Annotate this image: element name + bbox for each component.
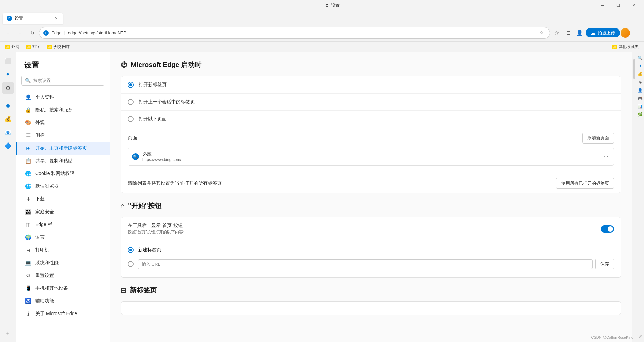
new-tab-button[interactable]: + xyxy=(64,13,74,23)
startup-section-title: Microsoft Edge 启动时 xyxy=(131,60,201,69)
sidebar-tab-icon[interactable]: ⬜ xyxy=(2,55,14,67)
option-specific[interactable]: 打开以下页面: xyxy=(121,111,621,127)
sidebar-item-privacy[interactable]: 🔒 隐私、搜索和服务 xyxy=(16,104,110,116)
radio-continue[interactable] xyxy=(128,99,134,105)
edge-sidebar-resize-icon[interactable]: ⤢ xyxy=(637,333,643,339)
edge-sidebar-search-icon[interactable]: 🔍 xyxy=(637,55,643,61)
sidebar-wallet-icon[interactable]: 💰 xyxy=(2,113,14,125)
url-input[interactable] xyxy=(138,259,593,269)
sidebar-item-share[interactable]: 📋 共享、复制和粘贴 xyxy=(16,155,110,167)
sidebar-item-accessibility[interactable]: ♿ 辅助功能 xyxy=(16,295,110,307)
bookmark-dazi[interactable]: 📁 打字 xyxy=(23,43,43,51)
bookmark-xuexiao[interactable]: 📁 学校 网课 xyxy=(44,43,73,51)
language-icon: 🌍 xyxy=(25,234,31,240)
maximize-button[interactable]: ☐ xyxy=(610,0,626,11)
collections-button[interactable]: ⊡ xyxy=(563,27,574,38)
tab-label: 设置 xyxy=(15,15,23,21)
downloads-icon: ⬇ xyxy=(25,196,31,202)
search-box[interactable]: 🔍 xyxy=(21,76,104,86)
radio-newtab-home[interactable] xyxy=(128,247,134,253)
radio-option-url[interactable]: 保存 xyxy=(128,256,614,272)
sidebar-outlook-icon[interactable]: 📧 xyxy=(2,126,14,138)
address-bar[interactable]: E Edge | edge://settings/startHomeNTP ☆ xyxy=(39,27,550,39)
scrollbar-thumb[interactable] xyxy=(633,59,635,79)
edge-sidebar-profile-icon[interactable]: 👤 xyxy=(637,87,643,93)
sidebar-item-default[interactable]: 🌐 默认浏览器 xyxy=(16,180,110,193)
settings-tab[interactable]: E 设置 ✕ xyxy=(3,13,63,24)
tab-close-button[interactable]: ✕ xyxy=(53,15,59,21)
more-button[interactable]: ··· xyxy=(631,27,641,38)
sidebar-item-accessibility-label: 辅助功能 xyxy=(35,298,54,304)
option-newtab-label: 打开新标签页 xyxy=(139,82,167,88)
sidebar-collections-icon[interactable]: ◈ xyxy=(2,100,14,112)
sidebar-item-about[interactable]: ℹ 关于 Microsoft Edge xyxy=(16,307,110,320)
bookmark-xuexiao-label: 学校 网课 xyxy=(53,44,70,50)
toolbar-icons: ☆ ⊡ 👤 ☁ 拍摄上传 ··· xyxy=(551,27,641,38)
sidebar-copilot-icon[interactable]: ✦ xyxy=(2,68,14,80)
sidebar-settings-icon[interactable]: ⚙ xyxy=(2,82,14,94)
close-button[interactable]: ✕ xyxy=(626,0,641,11)
sidebar-item-privacy-label: 隐私、搜索和服务 xyxy=(35,107,73,113)
settings-content: ⏻ Microsoft Edge 启动时 打开新标签页 打开上一个会话中的标签页… xyxy=(110,52,632,342)
radio-option-newtab[interactable]: 新建标签页 xyxy=(128,244,614,256)
sidebar-item-sidebar-label: 侧栏 xyxy=(35,132,45,138)
sidebar-item-profile[interactable]: 👤 个人资料 xyxy=(16,91,110,104)
toggle-switch[interactable] xyxy=(601,225,614,233)
new-tab-section-header: ⊟ 新标签页 xyxy=(121,286,621,295)
minimize-button[interactable]: ─ xyxy=(595,0,610,11)
sidebar-item-start[interactable]: ⊞ 开始、主页和新建标签页 xyxy=(16,142,110,155)
profile-button[interactable]: 👤 xyxy=(574,27,585,38)
sidebar-nav-icon: ☰ xyxy=(25,132,31,138)
edgebar-icon: ◫ xyxy=(25,222,31,228)
page-url: https://www.bing.com/ xyxy=(142,157,599,162)
sidebar-item-sidebar[interactable]: ☰ 侧栏 xyxy=(16,129,110,142)
address-label: Edge xyxy=(51,30,61,35)
folder-icon: 📁 xyxy=(47,45,52,49)
edge-sidebar-wallet-icon[interactable]: 💰 xyxy=(637,71,643,77)
radio-specific[interactable] xyxy=(128,116,134,122)
start-btn-section-title: "开始"按钮 xyxy=(128,201,161,210)
option-newtab[interactable]: 打开新标签页 xyxy=(121,76,621,94)
sidebar-item-printer[interactable]: 🖨 打印机 xyxy=(16,244,110,256)
refresh-button[interactable]: ↻ xyxy=(27,27,38,38)
sidebar-office-icon[interactable]: 🔷 xyxy=(2,140,14,152)
bookmark-waiwang[interactable]: 📁 外网 xyxy=(3,43,22,51)
search-input[interactable] xyxy=(33,78,101,83)
sidebar-item-downloads[interactable]: ⬇ 下载 xyxy=(16,193,110,206)
favorites-icon[interactable]: ☆ xyxy=(538,29,546,37)
sidebar-add-icon[interactable]: + xyxy=(2,327,14,339)
sidebar-item-mobile[interactable]: 📱 手机和其他设备 xyxy=(16,282,110,295)
forward-button[interactable]: → xyxy=(15,27,25,38)
use-tabs-button[interactable]: 使用所有已打开的标签页 xyxy=(556,178,614,189)
sidebar-item-edgebar[interactable]: ◫ Edge 栏 xyxy=(16,218,110,231)
sidebar-item-family[interactable]: 👨‍👩‍👧 家庭安全 xyxy=(16,206,110,218)
avatar-button[interactable] xyxy=(621,28,630,38)
sidebar-item-system[interactable]: 💻 系统和性能 xyxy=(16,256,110,269)
edge-sidebar-game-icon[interactable]: 🎮 xyxy=(637,95,643,101)
page-more-button[interactable]: ··· xyxy=(603,152,610,161)
option-continue[interactable]: 打开上一个会话中的标签页 xyxy=(121,94,621,111)
edge-sidebar-copilot-icon[interactable]: ✦ xyxy=(637,63,643,69)
sidebar-item-downloads-label: 下载 xyxy=(35,196,45,202)
favorites-button[interactable]: ☆ xyxy=(551,27,562,38)
edge-sidebar-office-icon[interactable]: 📊 xyxy=(637,103,643,109)
sidebar-item-printer-label: 打印机 xyxy=(35,247,49,253)
radio-url[interactable] xyxy=(128,261,134,267)
sidebar-item-reset[interactable]: ↺ 重置设置 xyxy=(16,269,110,282)
address-separator: | xyxy=(64,30,65,35)
add-page-button[interactable]: 添加新页面 xyxy=(582,133,614,144)
save-button[interactable]: 保存 xyxy=(595,259,614,269)
edge-sidebar-green-icon[interactable]: 🌿 xyxy=(637,111,643,117)
radio-newtab[interactable] xyxy=(128,82,134,88)
other-bookmarks[interactable]: 📁 其他收藏夹 xyxy=(610,43,641,51)
back-button[interactable]: ← xyxy=(3,27,13,38)
settings-gear-icon: ⚙ xyxy=(325,3,329,8)
sidebar-item-language[interactable]: 🌍 语言 xyxy=(16,231,110,244)
edge-sidebar-add-icon[interactable]: + xyxy=(637,327,643,333)
new-tab-section-title: 新标签页 xyxy=(130,286,157,295)
sidebar-item-appearance[interactable]: 🎨 外观 xyxy=(16,116,110,129)
cookies-icon: 🌐 xyxy=(25,171,31,177)
upload-button[interactable]: ☁ 拍摄上传 xyxy=(586,28,620,37)
edge-sidebar-collections-icon[interactable]: ◈ xyxy=(637,79,643,85)
sidebar-item-cookies[interactable]: 🌐 Cookie 和网站权限 xyxy=(16,167,110,180)
